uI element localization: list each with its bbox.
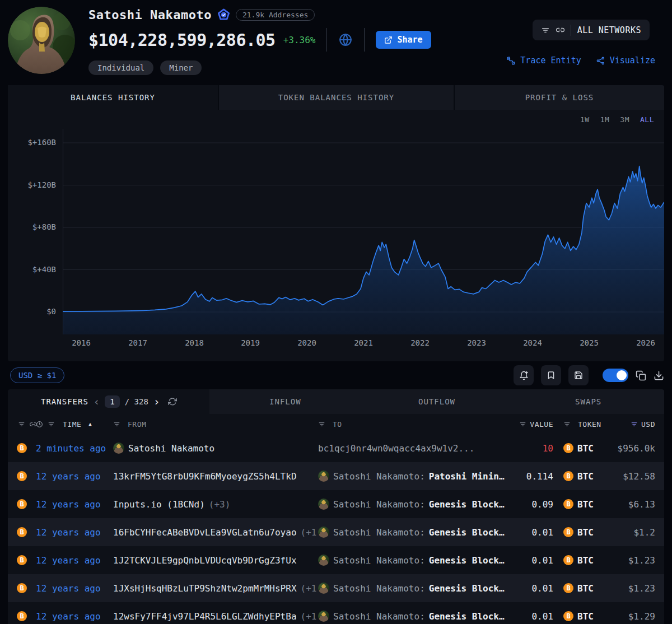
prev-page-button[interactable]: ‹ (94, 397, 100, 407)
transfer-to[interactable]: Satoshi Nakamoto:Genesis Block Min… (318, 499, 508, 510)
y-axis-label: $0 (8, 307, 56, 316)
transfer-to[interactable]: Satoshi Nakamoto:Patoshi Mining Wa… (318, 471, 508, 482)
clock-icon[interactable] (36, 421, 43, 428)
table-row[interactable]: B12 years ago16FbCYHFecABeBVDvLEa9VGLatn… (8, 518, 664, 546)
usd-filter-icon[interactable] (631, 421, 638, 428)
balance-chart-svg (63, 129, 664, 334)
chain-btc-icon: B (17, 527, 27, 537)
transfer-from[interactable]: 12wsFy7FF4jv97LP4R5L6LGLZWdhyEPtBa(+1) (113, 611, 318, 622)
globe-icon[interactable] (338, 32, 353, 47)
range-all[interactable]: ALL (640, 115, 654, 124)
refresh-button[interactable] (168, 397, 177, 406)
table-row[interactable]: B12 years ago12wsFy7FF4jv97LP4R5L6LGLZWd… (8, 602, 664, 624)
addresses-badge[interactable]: 21.9k Addresses (236, 9, 315, 21)
x-axis-label: 2018 (180, 338, 209, 347)
transfer-time-link[interactable]: 12 years ago (36, 471, 113, 482)
transfer-from[interactable]: 1J2TCKVJLE9gpQnbLVDUcqVb9DrGgZ3fUx (113, 555, 318, 566)
share-icon (384, 36, 393, 44)
page-number-input[interactable]: 1 (105, 395, 119, 408)
save-button[interactable] (568, 365, 589, 385)
chart-area[interactable]: $0$+40B$+80B$+120B$+160B2016201720182019… (8, 129, 664, 352)
transfer-to[interactable]: Satoshi Nakamoto:Genesis Block Min… (318, 611, 508, 622)
value-filter-icon[interactable] (519, 421, 526, 428)
sort-asc-icon[interactable]: ▲ (88, 421, 91, 427)
chart-toggle[interactable] (603, 369, 628, 382)
x-axis-label: 2026 (631, 338, 660, 347)
link-icon (556, 26, 564, 34)
transfer-value: 0.09 (508, 499, 553, 510)
transfer-time-link[interactable]: 12 years ago (36, 555, 113, 566)
x-axis-label: 2019 (236, 338, 265, 347)
transfer-time-link[interactable]: 12 years ago (36, 527, 113, 538)
share-button[interactable]: Share (376, 31, 431, 49)
transfer-value: 0.114 (508, 471, 553, 482)
alert-button[interactable] (514, 365, 534, 385)
range-3m[interactable]: 3M (620, 115, 629, 124)
filter-icon (541, 26, 550, 35)
tab-swaps[interactable]: SWAPS (512, 389, 664, 414)
transfer-time-link[interactable]: 12 years ago (36, 583, 113, 594)
transfer-from[interactable]: 1JXsHjHsqHBzLuTP9ShzNtw2pmMrMHsPRX(+1) (113, 583, 318, 594)
from-filter-icon[interactable] (113, 421, 120, 428)
transfer-usd: $1.23 (603, 555, 664, 566)
download-icon[interactable] (654, 370, 664, 381)
transfer-usd: $1.23 (603, 583, 664, 594)
to-entity-avatar (318, 527, 329, 538)
copy-icon[interactable] (636, 370, 646, 381)
divider (364, 28, 365, 52)
col-usd[interactable]: USD (641, 420, 655, 429)
tab-token-balances-history[interactable]: TOKEN BALANCES HISTORY (218, 85, 454, 110)
transfer-from[interactable]: Inputs.io (1BCNd)(+3) (113, 499, 318, 510)
btc-icon: B (563, 443, 573, 453)
btc-icon: B (563, 583, 573, 593)
range-1w[interactable]: 1W (580, 115, 590, 124)
tag-individual[interactable]: Individual (88, 60, 153, 75)
col-token[interactable]: TOKEN (578, 420, 601, 429)
next-page-button[interactable]: › (153, 397, 160, 407)
table-row[interactable]: B12 years ago1JXsHjHsqHBzLuTP9ShzNtw2pmM… (8, 574, 664, 602)
table-row[interactable]: B12 years agoInputs.io (1BCNd)(+3)Satosh… (8, 490, 664, 518)
table-row[interactable]: B12 years ago1J2TCKVJLE9gpQnbLVDUcqVb9Dr… (8, 546, 664, 574)
tab-inflow[interactable]: INFLOW (209, 389, 361, 414)
col-from[interactable]: FROM (128, 420, 146, 429)
col-value[interactable]: VALUE (530, 420, 553, 429)
transfer-time-link[interactable]: 2 minutes ago (36, 443, 113, 454)
transfer-value: 0.01 (508, 583, 553, 594)
networks-label: ALL NETWORKS (577, 25, 641, 35)
time-filter-icon[interactable] (48, 421, 55, 428)
usd-filter-pill[interactable]: USD ≥ $1 (10, 367, 64, 383)
col-time[interactable]: TIME (63, 420, 81, 429)
trace-entity-button[interactable]: Trace Entity (506, 55, 581, 66)
chain-btc-icon: B (17, 499, 27, 509)
transfer-to[interactable]: Satoshi Nakamoto:Genesis Block Min… (318, 527, 508, 538)
filter-icon[interactable] (18, 421, 25, 428)
col-to[interactable]: TO (333, 420, 342, 429)
bookmark-button[interactable] (541, 365, 561, 385)
transfer-from[interactable]: 13krFM5YtG8rbU9KFm6MyoeygZS5h4LTkD (113, 471, 318, 482)
table-row[interactable]: B2 minutes agoSatoshi Nakamotobc1qcj0nr4… (8, 434, 664, 462)
to-filter-icon[interactable] (318, 421, 325, 428)
visualize-button[interactable]: Visualize (596, 55, 655, 66)
all-networks-selector[interactable]: ALL NETWORKS (533, 20, 650, 40)
panel-tabs: BALANCES HISTORY TOKEN BALANCES HISTORY … (8, 85, 664, 110)
tab-balances-history[interactable]: BALANCES HISTORY (8, 85, 218, 110)
transfers-panel: TRANSFERS ‹ 1 / 328 › INFLOW OUTFLOW SWA… (8, 389, 664, 624)
to-entity-name: Satoshi Nakamoto: (333, 499, 425, 510)
transfer-time-link[interactable]: 12 years ago (36, 611, 113, 622)
to-address: bc1qcj0nr4wn0wqacc4ax9w1v2... (318, 443, 474, 454)
tab-profit-loss[interactable]: PROFIT & LOSS (454, 85, 664, 110)
token-filter-icon[interactable] (563, 421, 571, 428)
from-address: 1JXsHjHsqHBzLuTP9ShzNtw2pmMrMHsPRX (113, 583, 297, 594)
table-row[interactable]: B12 years ago13krFM5YtG8rbU9KFm6MyoeygZS… (8, 462, 664, 490)
transfers-table-header: TIME ▲ FROM TO VALUE TOKEN USD (8, 414, 664, 434)
transfer-time-link[interactable]: 12 years ago (36, 499, 113, 510)
transfer-to[interactable]: Satoshi Nakamoto:Genesis Block Min… (318, 583, 508, 594)
range-1m[interactable]: 1M (600, 115, 610, 124)
tag-miner[interactable]: Miner (160, 60, 202, 75)
transfer-from[interactable]: 16FbCYHFecABeBVDvLEa9VGLatn6u7oyao(+1) (113, 527, 318, 538)
tab-outflow[interactable]: OUTFLOW (361, 389, 513, 414)
transfer-to[interactable]: Satoshi Nakamoto:Genesis Block Min… (318, 555, 508, 566)
from-address: Inputs.io (1BCNd) (113, 499, 205, 510)
transfer-to[interactable]: bc1qcj0nr4wn0wqacc4ax9w1v2... (318, 443, 508, 454)
transfer-from[interactable]: Satoshi Nakamoto (113, 443, 318, 454)
